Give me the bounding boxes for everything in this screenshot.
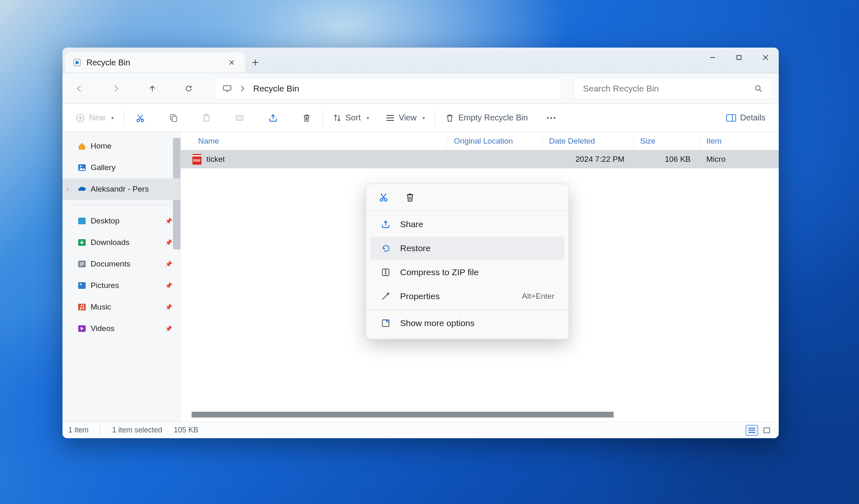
file-name: ticket [206,155,225,164]
downloads-icon [77,238,86,247]
divider [366,310,569,310]
scrollbar-thumb[interactable] [192,412,614,418]
file-size: 106 KB [633,155,700,164]
context-quick-actions [366,187,569,209]
context-cut-button[interactable] [376,190,391,205]
svg-rect-15 [727,115,736,121]
column-name[interactable]: Name [181,132,447,150]
sidebar-item-gallery[interactable]: Gallery [62,157,180,178]
more-button[interactable] [540,109,562,127]
svg-point-14 [554,117,555,119]
documents-icon [77,259,86,269]
status-selected-size: 105 KB [174,426,198,434]
toolbar: New ▾ Sort ▾ View ▾ [62,104,779,132]
context-share[interactable]: Share [370,213,564,236]
tab[interactable]: Recycle Bin [65,52,245,73]
pin-icon: 📌 [165,218,172,224]
search-input[interactable] [583,84,749,94]
rename-button[interactable] [229,109,250,127]
pictures-icon [77,281,86,290]
home-icon [77,142,86,151]
sidebar-item-videos[interactable]: Videos 📌 [62,318,180,339]
address-bar: Recycle Bin [62,73,779,104]
window-controls [699,48,779,67]
sidebar-item-pictures[interactable]: Pictures 📌 [62,275,180,296]
gallery-icon [77,163,86,172]
chevron-down-icon: ▾ [367,115,369,121]
svg-rect-23 [78,304,86,310]
sidebar-item-music[interactable]: Music 📌 [62,296,180,318]
pin-icon: 📌 [165,261,172,267]
pin-icon: 📌 [165,304,172,310]
svg-rect-10 [205,114,208,116]
videos-icon [77,324,86,333]
column-size[interactable]: Size [633,132,700,150]
context-restore[interactable]: Restore [370,237,564,260]
search-field[interactable] [573,78,772,99]
more-options-icon [380,318,391,328]
sidebar-item-downloads[interactable]: Downloads 📌 [62,232,180,253]
svg-point-3 [756,86,760,90]
svg-point-24 [80,308,82,310]
new-tab-button[interactable] [245,52,266,73]
separator [435,110,435,125]
svg-point-25 [82,307,84,309]
properties-icon [380,291,391,301]
minimize-button[interactable] [699,48,726,67]
pin-icon: 📌 [165,325,172,332]
refresh-button[interactable] [178,78,199,99]
shortcut-label: Alt+Enter [522,292,554,301]
cut-button[interactable] [130,109,151,127]
context-delete-button[interactable] [403,190,418,205]
context-menu: Share Restore Compress to ZIP file Prope… [366,184,569,339]
sort-button[interactable]: Sort ▾ [329,109,373,127]
thumbnails-view-button[interactable] [761,425,773,436]
divider [71,205,172,205]
column-original-location[interactable]: Original Location [447,132,542,150]
maximize-button[interactable] [726,48,752,67]
tab-close-button[interactable] [226,57,238,68]
new-button[interactable]: New ▾ [72,109,118,127]
separator [323,110,323,125]
file-date-deleted: 2024 7:22 PM [542,155,633,164]
svg-point-12 [547,117,549,119]
copy-button[interactable] [163,109,184,127]
chevron-down-icon: ▾ [422,115,425,121]
pin-icon: 📌 [165,239,172,246]
close-window-button[interactable] [752,48,779,67]
view-toggle [746,425,773,436]
column-headers: Name Original Location Date Deleted Size… [181,132,779,150]
chevron-down-icon: ▾ [111,115,114,121]
sidebar-item-desktop[interactable]: Desktop 📌 [62,210,180,232]
tab-title: Recycle Bin [86,58,221,67]
delete-button[interactable] [296,109,317,127]
separator [124,110,124,125]
column-item-type[interactable]: Item [700,132,779,150]
search-icon [754,84,763,93]
context-properties[interactable]: Properties Alt+Enter [370,285,564,308]
file-row[interactable]: PDF ticket 2024 7:22 PM 106 KB Micro [181,150,779,168]
address-field[interactable]: Recycle Bin [215,78,561,99]
chevron-right-icon[interactable]: › [67,186,69,192]
status-selected-count: 1 item selected [112,426,162,434]
context-compress[interactable]: Compress to ZIP file [370,261,564,284]
forward-button[interactable] [106,78,126,99]
pin-icon: 📌 [165,282,172,289]
horizontal-scrollbar[interactable] [186,410,774,419]
chevron-right-icon[interactable] [240,85,245,92]
paste-button[interactable] [196,109,217,127]
sidebar-item-onedrive[interactable]: › Aleksandr - Pers [62,178,180,200]
details-pane-button[interactable]: Details [722,109,770,127]
up-button[interactable] [142,78,163,99]
column-date-deleted[interactable]: Date Deleted [542,132,633,150]
music-icon [77,302,86,312]
share-button[interactable] [262,109,284,127]
back-button[interactable] [69,78,90,99]
sidebar-item-home[interactable]: Home [62,135,180,157]
details-view-button[interactable] [746,425,758,436]
this-pc-icon [223,84,232,93]
context-show-more[interactable]: Show more options [370,312,564,335]
sidebar-item-documents[interactable]: Documents 📌 [62,253,180,275]
view-button[interactable]: View ▾ [382,109,429,127]
empty-recycle-bin-button[interactable]: Empty Recycle Bin [441,109,532,127]
